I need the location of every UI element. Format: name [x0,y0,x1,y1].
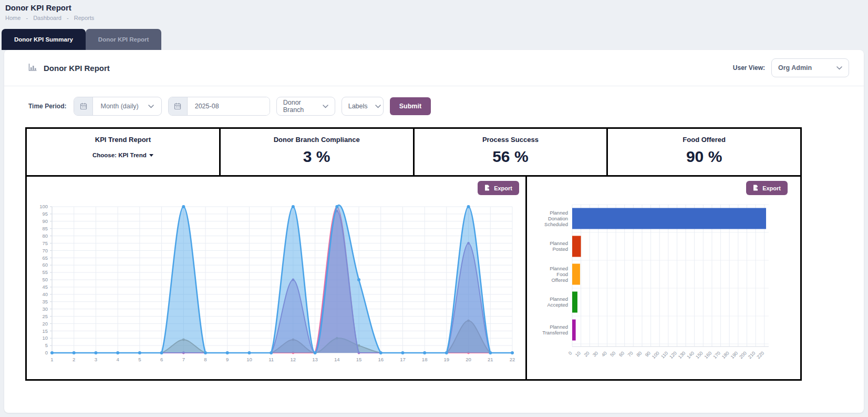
svg-text:PlannedAccepted: PlannedAccepted [547,296,568,308]
breadcrumb-separator: - [67,15,69,21]
period-type-group: Month (daily) [74,97,161,116]
month-input[interactable] [188,97,270,115]
tab-bar: Donor KPI Summary Donor KPI Report [0,29,868,50]
date-group [168,97,270,116]
svg-text:35: 35 [42,299,48,304]
svg-text:55: 55 [42,269,48,275]
kpi-title: KPI Trend Report [27,136,219,144]
filter-row: Time Period: Month (daily) [4,86,864,127]
donor-branch-value: Donor Branch [283,99,315,114]
kpi-cell-trend-report: KPI Trend Report Choose: KPI Trend [27,129,221,175]
breadcrumb-dashboard[interactable]: Dashboard [33,15,61,21]
donor-branch-select[interactable]: Donor Branch [276,97,335,116]
svg-text:14: 14 [334,357,340,362]
export-button-label: Export [494,185,512,191]
period-type-select[interactable]: Month (daily) [93,97,161,115]
card-title-text: Donor KPI Report [44,64,110,73]
svg-text:210: 210 [747,350,757,360]
kpi-summary-table: KPI Trend Report Choose: KPI Trend Donor… [25,127,802,177]
planned-kpi-bar-chart: 0102030405060708090100110120130140150160… [538,197,788,377]
svg-text:PlannedDonationScheduled: PlannedDonationScheduled [544,210,568,227]
svg-text:40: 40 [601,350,608,358]
tab-donor-kpi-report[interactable]: Donor KPI Report [86,29,161,50]
labels-select[interactable]: Labels [342,97,384,116]
breadcrumb: Home - Dashboard - Reports [5,15,868,21]
export-button-trend-chart[interactable]: Export [478,181,519,195]
caret-down-icon [149,154,153,157]
planned-kpi-bar-chart-panel: Export 010203040506070809010011012013014… [527,177,800,379]
kpi-title: Food Offered [608,136,800,144]
submit-button[interactable]: Submit [390,97,431,115]
breadcrumb-separator: - [26,15,28,21]
export-button-label: Export [762,185,781,191]
kpi-value: 56 % [415,148,607,166]
svg-text:180: 180 [721,350,730,360]
chevron-down-icon [148,103,154,110]
svg-text:190: 190 [730,350,739,360]
svg-text:170: 170 [712,350,721,360]
breadcrumb-reports[interactable]: Reports [74,15,95,21]
svg-text:19: 19 [444,357,450,362]
svg-text:3: 3 [95,357,97,362]
chevron-down-icon [375,103,381,110]
kpi-trend-area-chart: 0510152025303540455055606570758085909510… [33,197,519,373]
breadcrumb-home[interactable]: Home [5,15,20,21]
user-view-label: User View: [733,64,765,72]
kpi-cell-food-offered: Food Offered 90 % [608,129,800,175]
svg-text:0: 0 [567,350,573,356]
svg-text:90: 90 [644,350,652,358]
calendar-icon [169,97,188,115]
page-title: Donor KPI Report [5,3,868,12]
svg-text:40: 40 [42,291,48,297]
svg-text:12: 12 [291,357,296,362]
svg-text:60: 60 [42,262,48,268]
labels-value: Labels [348,103,368,110]
kpi-cell-donor-branch-compliance: Donor Branch Compliance 3 % [221,129,415,175]
svg-text:65: 65 [42,255,48,261]
kpi-value: 3 % [221,148,413,166]
svg-text:25: 25 [42,313,48,319]
svg-text:0: 0 [45,350,48,355]
export-button-bar-chart[interactable]: Export [746,181,788,195]
svg-text:70: 70 [42,248,48,253]
page-header: Donor KPI Report Home - Dashboard - Repo… [0,0,868,21]
svg-text:200: 200 [738,350,748,360]
kpi-value: 90 % [608,148,800,166]
svg-text:15: 15 [356,357,362,362]
card-title: Donor KPI Report [28,63,110,73]
kpi-title: Donor Branch Compliance [221,136,413,144]
svg-text:5: 5 [45,342,48,348]
chevron-down-icon [836,64,842,72]
svg-text:10: 10 [42,335,48,341]
svg-text:13: 13 [312,357,318,362]
svg-text:160: 160 [704,350,713,360]
svg-text:100: 100 [39,204,48,209]
svg-text:16: 16 [378,357,384,362]
svg-text:22: 22 [510,357,515,362]
tab-donor-kpi-summary[interactable]: Donor KPI Summary [2,29,86,50]
svg-text:7: 7 [182,357,185,362]
user-view: User View: Org Admin [733,58,849,77]
chevron-down-icon [323,103,328,110]
report-card: Donor KPI Report User View: Org Admin Ti… [4,50,864,413]
kpi-trend-dropdown-label: Choose: KPI Trend [92,152,147,158]
svg-text:60: 60 [618,350,625,358]
svg-text:20: 20 [42,321,48,327]
kpi-trend-dropdown[interactable]: Choose: KPI Trend [92,152,153,158]
svg-text:9: 9 [226,357,229,362]
svg-text:20: 20 [583,350,591,358]
svg-text:90: 90 [42,218,48,224]
svg-text:140: 140 [686,350,695,360]
svg-text:70: 70 [627,350,634,358]
svg-text:30: 30 [42,306,48,312]
svg-text:11: 11 [268,357,274,362]
calendar-icon [74,97,93,115]
user-view-select[interactable]: Org Admin [771,58,849,77]
svg-text:5: 5 [138,357,141,362]
svg-text:6: 6 [160,357,163,362]
bar-chart-icon [28,63,37,73]
kpi-cell-process-success: Process Success 56 % [415,129,608,175]
svg-text:17: 17 [400,357,406,362]
svg-text:80: 80 [42,233,48,239]
svg-text:PlannedTransferred: PlannedTransferred [542,324,568,335]
